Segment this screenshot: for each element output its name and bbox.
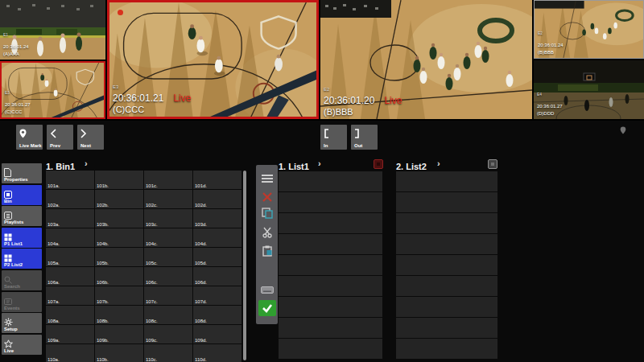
bin-clip[interactable]: 109d. xyxy=(193,325,242,343)
bin-clip[interactable]: 103a. xyxy=(46,209,94,228)
bin-clip[interactable]: 108b. xyxy=(95,306,143,324)
button-label: Next xyxy=(80,143,91,148)
bin-scrollbar[interactable] xyxy=(243,171,246,360)
bin-clip[interactable]: 109b. xyxy=(95,325,143,343)
bin-clip[interactable]: 105a. xyxy=(46,248,94,266)
bin-clip[interactable]: 106a. xyxy=(46,267,94,286)
live-mark-button[interactable]: Live Mark xyxy=(16,125,43,150)
bin-clip[interactable]: 110b. xyxy=(95,344,143,362)
pin-small-icon[interactable] xyxy=(620,123,626,138)
prev-button[interactable]: Prev xyxy=(47,125,73,150)
bin-clip[interactable]: 105c. xyxy=(144,248,192,266)
bin-clip[interactable]: 108d. xyxy=(193,306,242,324)
clip-label: 107a. xyxy=(47,299,60,304)
list-row[interactable] xyxy=(396,339,497,359)
bin-clip[interactable]: 103d. xyxy=(193,209,242,228)
bin-clip[interactable]: 109a. xyxy=(46,325,94,343)
bin-clip[interactable]: 102d. xyxy=(193,190,242,208)
list-row[interactable] xyxy=(279,318,382,338)
clip-label: 105a. xyxy=(47,261,60,265)
bin-clip[interactable]: 104b. xyxy=(95,228,143,247)
sidebar-item-label: Search xyxy=(4,284,20,289)
monitor-camera-c-main[interactable]: E3 20:36:01.21Live (C)CCC xyxy=(107,0,319,119)
bin-clip[interactable]: 107d. xyxy=(193,286,242,305)
clip-label: 104d. xyxy=(195,241,207,246)
out-button[interactable]: Out xyxy=(351,125,378,150)
bin-clip[interactable]: 101d. xyxy=(193,171,242,189)
monitor-camera-b-main[interactable]: E2 20:36:01.20Live (B)BBB xyxy=(320,0,532,119)
list-row[interactable] xyxy=(279,171,382,191)
list-row[interactable] xyxy=(279,255,382,275)
sidebar-item-p2-list2[interactable]: P2 List2 xyxy=(2,249,42,269)
sidebar-item-properties[interactable]: Properties xyxy=(2,163,42,183)
bin-clip[interactable]: 102b. xyxy=(95,190,143,208)
confirm-icon[interactable] xyxy=(258,300,276,316)
list-row[interactable] xyxy=(279,234,382,254)
list-row[interactable] xyxy=(396,318,497,338)
delete-icon[interactable] xyxy=(262,191,272,205)
list2-header[interactable]: 2. List2 › xyxy=(396,158,501,170)
bin-clip[interactable]: 110d. xyxy=(193,344,242,362)
bin-clip[interactable]: 102a. xyxy=(46,190,94,208)
bin-clip[interactable]: 108c. xyxy=(144,306,192,324)
list-row[interactable] xyxy=(396,255,497,275)
in-button[interactable]: In xyxy=(320,125,347,150)
bin-clip[interactable]: 105d. xyxy=(193,248,242,266)
bin-clip[interactable]: 106d. xyxy=(193,267,242,286)
paste-icon[interactable] xyxy=(262,245,272,260)
bin-clip[interactable]: 102c. xyxy=(144,190,192,208)
bin-clip[interactable]: 106b. xyxy=(95,267,143,286)
bin-clip[interactable]: 104a. xyxy=(46,228,94,247)
video-overlay: E3 20:36:01.21Live (C)CCC xyxy=(113,84,191,114)
sidebar-item-setup[interactable]: Setup xyxy=(2,313,42,333)
bin-clip[interactable]: 106c. xyxy=(144,267,192,286)
sidebar-item-p1-list1[interactable]: P1 List1 xyxy=(2,228,42,248)
bin-clip[interactable]: 103b. xyxy=(95,209,143,228)
list-row[interactable] xyxy=(279,297,382,317)
bin-clip[interactable]: 104c. xyxy=(144,228,192,247)
list-row[interactable] xyxy=(396,234,497,254)
bin-clip[interactable]: 109c. xyxy=(144,325,192,343)
button-label: In xyxy=(324,143,328,148)
list-row[interactable] xyxy=(279,339,382,359)
bin-clip[interactable]: 108a. xyxy=(46,306,94,324)
list-row[interactable] xyxy=(396,192,497,212)
bin-header[interactable]: 1. Bin1 › xyxy=(46,158,142,170)
menu-icon[interactable] xyxy=(262,172,273,187)
channel-label: E2 xyxy=(324,87,402,93)
list-row[interactable] xyxy=(396,171,497,191)
list-row[interactable] xyxy=(279,213,382,233)
list-row[interactable] xyxy=(279,192,382,212)
sidebar-item-bin[interactable]: Bin xyxy=(2,185,42,205)
list-row[interactable] xyxy=(279,276,382,296)
list1-output-badge[interactable] xyxy=(374,159,383,169)
bin-clip[interactable]: 104d. xyxy=(193,228,242,247)
copy-icon[interactable] xyxy=(262,208,273,222)
sidebar-item-live[interactable]: Live xyxy=(2,335,42,355)
list-row[interactable] xyxy=(396,276,497,296)
bin-clip[interactable]: 105b. xyxy=(95,248,143,266)
bin-clip[interactable]: 101c. xyxy=(144,171,192,189)
list2-output-badge[interactable] xyxy=(488,159,497,169)
bin-clip[interactable]: 107a. xyxy=(46,286,94,305)
cut-icon[interactable] xyxy=(262,227,272,241)
list1-header[interactable]: 1. List1 › xyxy=(279,158,383,170)
bin-clip[interactable]: 101a. xyxy=(46,171,94,189)
list-row[interactable] xyxy=(396,297,497,317)
bin-clip[interactable]: 103c. xyxy=(144,209,192,228)
next-button[interactable]: Next xyxy=(77,125,104,150)
monitor-camera-d-thumb[interactable]: E4 20:36:01.27 (D)DDD xyxy=(534,60,644,119)
keyboard-icon[interactable] xyxy=(261,282,274,297)
list-row[interactable] xyxy=(396,213,497,233)
bin-clip[interactable]: 107c. xyxy=(144,286,192,305)
clip-label: 110a. xyxy=(47,357,60,362)
bin-clip[interactable]: 101b. xyxy=(95,171,143,189)
bin-clip[interactable]: 107b. xyxy=(95,286,143,305)
bin-clip[interactable]: 110c. xyxy=(144,344,192,362)
monitor-camera-a[interactable]: E1 20:36:01.24 (A)AAA xyxy=(0,0,105,60)
monitor-camera-c-thumb[interactable]: E3 20:36:01.27 (C)CCC xyxy=(0,61,105,119)
clip-label: 109b. xyxy=(97,338,109,343)
sidebar-item-playlists[interactable]: Playlists xyxy=(2,206,42,226)
monitor-camera-b-thumb[interactable]: E2 20:36:01.24 (B)BBB xyxy=(534,0,644,59)
bin-clip[interactable]: 110a. xyxy=(46,344,94,362)
